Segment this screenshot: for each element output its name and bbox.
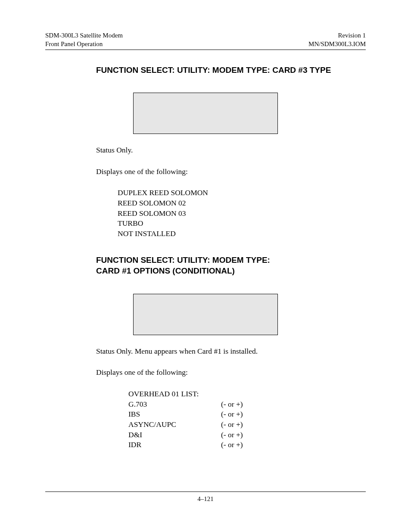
options-list-header: OVERHEAD 01 LIST:: [128, 389, 366, 399]
section1-status: Status Only.: [96, 145, 366, 156]
header-left-line1: SDM-300L3 Satellite Modem: [45, 31, 123, 40]
option-name: IDR: [128, 440, 221, 450]
option-name: G.703: [128, 399, 221, 410]
section1-item: REED SOLOMON 03: [118, 208, 366, 219]
footer-rule: [45, 492, 366, 492]
header-right-line1: Revision 1: [308, 31, 366, 40]
section2-heading: FUNCTION SELECT: UTILITY: MODEM TYPE: CA…: [96, 255, 366, 277]
option-name: D&I: [128, 430, 221, 440]
page-container: SDM-300L3 Satellite Modem Front Panel Op…: [0, 0, 411, 450]
display-box-1: [133, 93, 278, 134]
header-left-line2: Front Panel Operation: [45, 40, 123, 48]
section1-displays: Displays one of the following:: [96, 167, 366, 177]
section2-options-table: OVERHEAD 01 LIST: G.703 (- or +) IBS (- …: [128, 389, 366, 450]
option-row: IBS (- or +): [128, 409, 366, 420]
section1-item: TURBO: [118, 218, 366, 229]
section1-heading: FUNCTION SELECT: UTILITY: MODEM TYPE: CA…: [96, 65, 366, 76]
header-right: Revision 1 MN/SDM300L3.IOM: [308, 31, 366, 49]
option-row: G.703 (- or +): [128, 399, 366, 410]
option-name: ASYNC/AUPC: [128, 420, 221, 430]
display-box-2: [133, 294, 278, 335]
option-suffix: (- or +): [221, 409, 243, 420]
option-row: IDR (- or +): [128, 440, 366, 450]
header-right-line2: MN/SDM300L3.IOM: [308, 40, 366, 48]
section2-displays: Displays one of the following:: [96, 367, 366, 378]
option-row: ASYNC/AUPC (- or +): [128, 420, 366, 430]
header-rule: [45, 50, 366, 50]
header-left: SDM-300L3 Satellite Modem Front Panel Op…: [45, 31, 123, 49]
option-suffix: (- or +): [221, 420, 243, 430]
section2-status: Status Only. Menu appears when Card #1 i…: [96, 346, 366, 357]
page-header: SDM-300L3 Satellite Modem Front Panel Op…: [45, 31, 366, 49]
options-list-header-text: OVERHEAD 01 LIST:: [128, 389, 221, 399]
section1-item: DUPLEX REED SOLOMON: [118, 188, 366, 198]
section1-list: DUPLEX REED SOLOMON REED SOLOMON 02 REED…: [118, 188, 366, 239]
section1-item: REED SOLOMON 02: [118, 198, 366, 208]
section2-heading-line1: FUNCTION SELECT: UTILITY: MODEM TYPE:: [96, 255, 366, 266]
option-suffix: (- or +): [221, 399, 243, 410]
option-name: IBS: [128, 409, 221, 420]
section2-heading-line2: CARD #1 OPTIONS (CONDITIONAL): [96, 265, 366, 277]
page-number: 4–121: [45, 495, 366, 503]
option-suffix: (- or +): [221, 440, 243, 450]
page-footer: 4–121: [45, 492, 366, 503]
option-row: D&I (- or +): [128, 430, 366, 440]
section1-item: NOT INSTALLED: [118, 229, 366, 239]
option-suffix: (- or +): [221, 430, 243, 440]
